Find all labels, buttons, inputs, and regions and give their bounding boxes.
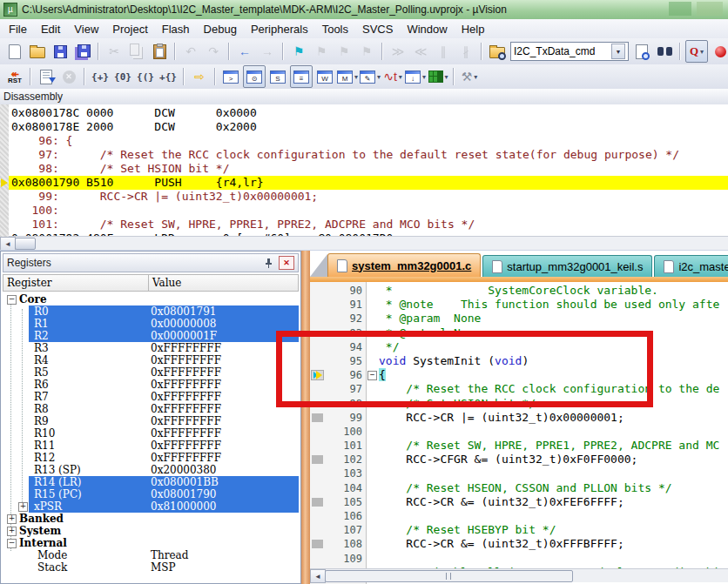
register-row-core[interactable]: −Core bbox=[3, 293, 299, 305]
expand-icon[interactable]: + bbox=[18, 502, 28, 512]
code-line-100[interactable]: 100 bbox=[310, 425, 728, 439]
open-file-button[interactable] bbox=[27, 41, 48, 62]
chevron-down-icon[interactable]: ▾ bbox=[399, 73, 402, 81]
run-button[interactable] bbox=[36, 66, 57, 87]
code-line-97[interactable]: 97 /* Reset the RCC clock configuration … bbox=[310, 382, 728, 396]
menu-item-tools[interactable]: Tools bbox=[315, 19, 355, 38]
search-combobox[interactable]: I2C_TxData_cmd▼ bbox=[510, 42, 629, 61]
disassembly-window-button[interactable]: ⊙ bbox=[243, 65, 266, 88]
stop-button[interactable]: ✕ bbox=[58, 66, 79, 87]
chevron-down-icon[interactable]: ▾ bbox=[474, 73, 477, 81]
toolbox-button[interactable]: ▾ bbox=[428, 66, 448, 87]
collapse-icon[interactable]: − bbox=[7, 295, 17, 305]
code-line-104[interactable]: 104 /* Reset HSEON, CSSON and PLLON bits… bbox=[310, 481, 728, 495]
menu-item-svcs[interactable]: SVCS bbox=[355, 19, 400, 38]
toggle-bookmark-button[interactable]: ⚑ bbox=[288, 41, 309, 62]
register-row-r4[interactable]: R40xFFFFFFFF bbox=[3, 354, 299, 366]
disassembly-line[interactable]: 98: /* Set HSION bit */ bbox=[0, 162, 728, 176]
disassembly-line[interactable]: 0x0800178C 0000 DCW 0x0000 bbox=[0, 106, 728, 120]
executable-line-marker[interactable] bbox=[312, 540, 323, 548]
code-line-93[interactable]: 93 * @retval None bbox=[310, 326, 728, 340]
close-icon[interactable]: ✕ bbox=[279, 256, 294, 270]
navigate-forward-button[interactable]: → bbox=[257, 41, 278, 62]
code-line-109[interactable]: 109 bbox=[310, 552, 728, 566]
register-row-r15-pc[interactable]: R15 (PC)0x08001790 bbox=[3, 488, 299, 500]
find-button[interactable] bbox=[631, 41, 652, 62]
executable-line-marker[interactable] bbox=[312, 455, 323, 464]
code-line-106[interactable]: 106 bbox=[310, 509, 728, 523]
menu-item-project[interactable]: Project bbox=[105, 19, 154, 38]
uncomment-button[interactable]: ∦ bbox=[455, 41, 476, 62]
menu-item-window[interactable]: Window bbox=[400, 19, 454, 38]
run-to-cursor-button[interactable]: +{} bbox=[158, 66, 179, 87]
menu-item-flash[interactable]: Flash bbox=[155, 19, 197, 38]
disassembly-line[interactable]: 0x0800178E 2000 DCW 0x2000 bbox=[0, 120, 728, 134]
code-line-98[interactable]: 98 /* Set HSION bit */ bbox=[310, 397, 728, 411]
code-line-94[interactable]: 94 */ bbox=[310, 340, 728, 354]
chevron-down-icon[interactable]: ▾ bbox=[445, 73, 448, 81]
menu-item-file[interactable]: File bbox=[2, 19, 34, 38]
comment-button[interactable]: ∥ bbox=[433, 41, 454, 62]
fold-collapse-icon[interactable]: − bbox=[367, 371, 377, 380]
expand-icon[interactable]: + bbox=[7, 514, 17, 524]
menu-item-peripherals[interactable]: Peripherals bbox=[244, 19, 315, 38]
indent-button[interactable]: ≫ bbox=[388, 41, 408, 62]
register-row-stack[interactable]: StackMSP bbox=[3, 561, 299, 574]
disassembly-line[interactable]: 101: /* Reset SW, HPRE, PPRE1, PPRE2, AD… bbox=[0, 218, 728, 232]
chevron-down-icon[interactable]: ▾ bbox=[422, 73, 426, 81]
code-line-92[interactable]: 92 * @param None bbox=[310, 312, 728, 326]
editor-hscrollbar[interactable]: ◄ bbox=[310, 568, 728, 582]
register-row-r12[interactable]: R120xFFFFFFFF bbox=[3, 452, 299, 464]
analysis-window-button[interactable]: ∿t▾ bbox=[382, 66, 403, 87]
system-viewer-button[interactable]: ↓▾ bbox=[405, 66, 426, 87]
register-row-internal[interactable]: −Internal bbox=[3, 537, 299, 549]
code-line-105[interactable]: 105 RCC->CR &= (uint32_t)0xFEF6FFFF; bbox=[310, 495, 728, 509]
reset-button[interactable]: ↞RST bbox=[4, 66, 25, 87]
cut-button[interactable]: ✂ bbox=[104, 41, 125, 62]
chevron-down-icon[interactable]: ▾ bbox=[377, 73, 381, 81]
save-all-button[interactable] bbox=[72, 41, 93, 62]
disassembly-line[interactable]: 99: RCC->CR |= (uint32_t)0x00000001; bbox=[0, 190, 728, 204]
code-line-108[interactable]: 108 RCC->CR &= (uint32_t)0xFFFBFFFF; bbox=[310, 537, 728, 551]
disassembly-current-line[interactable]: 0x08001790 B510 PUSH {r4,lr} bbox=[0, 176, 728, 190]
menu-item-help[interactable]: Help bbox=[455, 19, 492, 38]
register-row-r3[interactable]: R30xFFFFFFFF bbox=[3, 342, 299, 354]
scroll-thumb[interactable] bbox=[325, 570, 573, 582]
register-row-banked[interactable]: +Banked bbox=[3, 513, 299, 525]
disassembly-line[interactable]: 97: /* Reset the RCC clock configuration… bbox=[0, 148, 728, 162]
executable-line-marker[interactable] bbox=[312, 498, 323, 507]
disassembly-line[interactable]: 100: bbox=[0, 204, 728, 218]
register-row-r0[interactable]: R00x08001791 bbox=[3, 305, 299, 318]
menu-item-debug[interactable]: Debug bbox=[197, 19, 244, 38]
disassembly-line[interactable]: 96: { bbox=[0, 134, 728, 148]
previous-bookmark-button[interactable]: ⚑ bbox=[311, 41, 332, 62]
chevron-down-icon[interactable]: ▾ bbox=[354, 73, 358, 81]
collapse-icon[interactable]: − bbox=[7, 539, 17, 548]
register-row-r14-lr[interactable]: R14 (LR)0x080001BB bbox=[3, 476, 299, 488]
new-file-button[interactable] bbox=[4, 41, 25, 62]
find-in-files-button[interactable] bbox=[487, 41, 508, 62]
register-row-mode[interactable]: ModeThread bbox=[3, 549, 299, 561]
code-line-90[interactable]: 90 * SystemCoreClock variable. bbox=[310, 284, 728, 298]
redo-button[interactable]: ↷ bbox=[203, 41, 224, 62]
tab-startup-mm32g0001-keil-s[interactable]: startup_mm32g0001_keil.s bbox=[482, 255, 652, 277]
register-row-r1[interactable]: R10x00000008 bbox=[3, 318, 299, 330]
register-row-r9[interactable]: R90xFFFFFFFF bbox=[3, 415, 299, 427]
register-row-r2[interactable]: R20x0000001F bbox=[3, 330, 299, 342]
step-into-button[interactable]: {+} bbox=[90, 66, 111, 87]
undo-button[interactable]: ↶ bbox=[180, 41, 201, 62]
symbol-window-button[interactable]: S bbox=[267, 66, 288, 87]
incremental-find-button[interactable] bbox=[654, 41, 675, 62]
code-line-99[interactable]: 99 RCC->CR |= (uint32_t)0x00000001; bbox=[310, 411, 728, 425]
code-line-101[interactable]: 101 /* Reset SW, HPRE, PPRE1, PPRE2, ADC… bbox=[310, 439, 728, 453]
watch-window-button[interactable]: W bbox=[314, 66, 335, 87]
register-row-r8[interactable]: R80xFFFFFFFF bbox=[3, 403, 299, 415]
register-row-xpsr[interactable]: +xPSR0x81000000 bbox=[3, 500, 299, 513]
registers-window-button[interactable]: ≡ bbox=[290, 65, 313, 88]
command-window-button[interactable]: > bbox=[220, 66, 241, 87]
disassembly-margin[interactable] bbox=[0, 104, 9, 237]
disassembly-hscrollbar[interactable]: ◄ bbox=[0, 236, 728, 250]
step-out-button[interactable]: {(} bbox=[135, 66, 156, 87]
register-row-r5[interactable]: R50xFFFFFFFF bbox=[3, 366, 299, 379]
scroll-left-arrow-icon[interactable]: ◄ bbox=[310, 569, 326, 583]
